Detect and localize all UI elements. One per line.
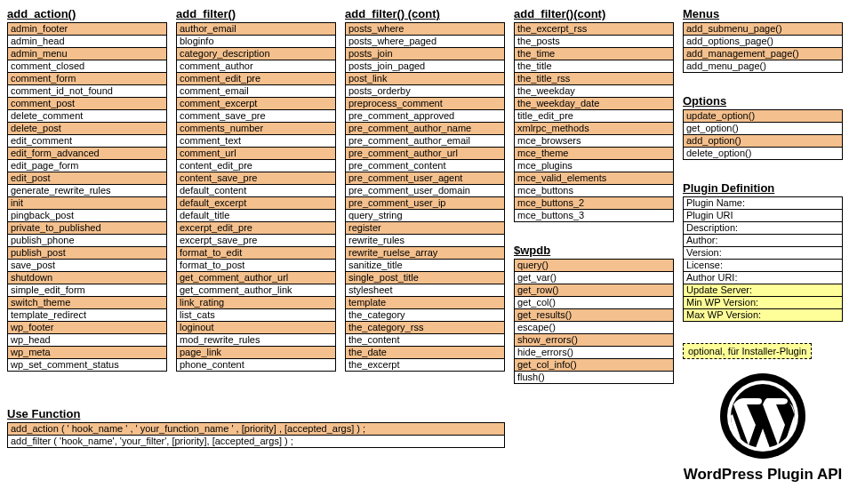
list-item: pre_comment_content (345, 159, 505, 172)
list-item: get_results() (514, 308, 674, 322)
list-item: wp_head (7, 333, 167, 347)
header-options: Options (683, 94, 843, 109)
list-item: admin_menu (7, 47, 167, 60)
list-item: comment_url (176, 147, 336, 160)
list-item: edit_form_advanced (7, 147, 167, 160)
list-item: edit_post (7, 172, 167, 185)
col-add-filter3: add_filter()(cont) the_excerpt_rssthe_po… (514, 7, 674, 222)
list-item: comments_number (176, 122, 336, 135)
col-options: Options update_option()get_option()add_o… (683, 94, 843, 160)
col-add-filter2: add_filter() (cont) posts_whereposts_whe… (345, 7, 505, 372)
list-item: the_title (514, 60, 674, 73)
list-item: init (7, 196, 167, 210)
col-add-filter1: add_filter() author_emailbloginfocategor… (176, 7, 336, 372)
list-item: query() (514, 259, 674, 272)
list-item: get_comment_author_url (176, 271, 336, 284)
list-item: rewrite_rules (345, 234, 505, 247)
optional-note: optional, für Installer-Plugin (683, 343, 812, 359)
list-item: switch_theme (7, 296, 167, 309)
list-item: the_time (514, 47, 674, 60)
list-item: get_col_info() (514, 358, 674, 372)
list-item: the_weekday_date (514, 97, 674, 110)
list-item: rewrite_ruelse_array (345, 246, 505, 260)
list-item: add_management_page() (683, 47, 843, 60)
list-item: add_filter ( 'hook_name', 'your_filter',… (7, 435, 505, 448)
header-add-filter1: add_filter() (176, 7, 336, 22)
list-item: mce_plugins (514, 159, 674, 172)
list-item: mce_theme (514, 147, 674, 160)
list-item: comment_email (176, 84, 336, 98)
list-item: pre_comment_author_email (345, 134, 505, 148)
list-item: add_option() (683, 134, 843, 148)
list-item: delete_comment (7, 109, 167, 123)
list-item: post_link (345, 72, 505, 85)
list-item: pre_comment_approved (345, 109, 505, 123)
list-item: stylesheet (345, 284, 505, 297)
list-item: the_date (345, 346, 505, 359)
list-item: posts_join_paged (345, 60, 505, 73)
list-item: register (345, 221, 505, 235)
list-item: delete_post (7, 122, 167, 135)
list-item: phone_content (176, 358, 336, 372)
list-item: comment_form (7, 72, 167, 85)
list-item: Description: (683, 221, 843, 235)
list-item: escape() (514, 321, 674, 334)
list-item: Update Server: (683, 284, 843, 297)
list-item: link_rating (176, 296, 336, 309)
list-item: wp_footer (7, 321, 167, 334)
list-item: get_row() (514, 284, 674, 297)
list-item: flush() (514, 371, 674, 384)
header-add-filter3: add_filter()(cont) (514, 7, 674, 22)
list-item: wp_meta (7, 346, 167, 359)
list-item: pre_comment_user_agent (345, 172, 505, 185)
list-item: Author URI: (683, 271, 843, 284)
list-item: pre_comment_author_url (345, 147, 505, 160)
list-item: the_category (345, 308, 505, 322)
list-item: preprocess_comment (345, 97, 505, 110)
list-item: delete_option() (683, 147, 843, 160)
list-item: License: (683, 259, 843, 272)
list-item: the_content (345, 333, 505, 347)
header-use-function: Use Function (7, 407, 505, 422)
list-item: default_content (176, 184, 336, 197)
list-item: publish_phone (7, 234, 167, 247)
list-item: format_to_edit (176, 246, 336, 260)
list-item: bloginfo (176, 35, 336, 48)
list-item: shutdown (7, 271, 167, 284)
optional-note-box: optional, für Installer-Plugin (683, 343, 812, 359)
list-item: template (345, 296, 505, 309)
list-item: edit_page_form (7, 159, 167, 172)
header-menus: Menus (683, 7, 843, 22)
brand-title: WordPress Plugin API (683, 466, 843, 484)
list-item: mce_buttons_2 (514, 196, 674, 210)
list-item: pre_comment_author_name (345, 122, 505, 135)
list-item: posts_orderby (345, 84, 505, 98)
list-item: excerpt_edit_pre (176, 221, 336, 235)
list-item: show_errors() (514, 333, 674, 347)
list-item: Version: (683, 246, 843, 260)
list-item: posts_where_paged (345, 35, 505, 48)
list-item: add_menu_page() (683, 60, 843, 73)
col-use-function: Use Function add_action ( ' hook_name ' … (7, 407, 505, 448)
list-item: pre_comment_user_ip (345, 196, 505, 210)
list-item: generate_rewrite_rules (7, 184, 167, 197)
list-item: the_excerpt (345, 358, 505, 372)
list-item: content_save_pre (176, 172, 336, 185)
list-item: page_link (176, 346, 336, 359)
header-plugin-def: Plugin Definition (683, 181, 843, 196)
list-item: comment_author (176, 60, 336, 73)
list-item: mce_buttons_3 (514, 209, 674, 222)
list-item: title_edit_pre (514, 109, 674, 123)
list-item: Min WP Version: (683, 296, 843, 309)
list-item: single_post_title (345, 271, 505, 284)
list-item: Plugin URI (683, 209, 843, 222)
list-item: get_comment_author_link (176, 284, 336, 297)
list-item: loginout (176, 321, 336, 334)
col-add-action: add_action() admin_footeradmin_headadmin… (7, 7, 167, 372)
list-item: sanitize_title (345, 259, 505, 272)
list-item: query_string (345, 209, 505, 222)
list-item: admin_footer (7, 22, 167, 36)
list-item: xmlrpc_methods (514, 122, 674, 135)
list-item: comment_text (176, 134, 336, 148)
list-item: default_excerpt (176, 196, 336, 210)
